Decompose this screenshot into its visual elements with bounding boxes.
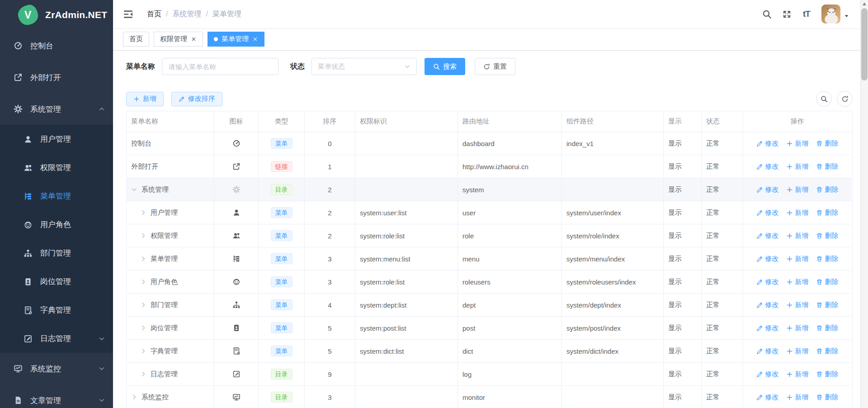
cell-menu-name: 系统监控: [127, 386, 214, 408]
delete-link[interactable]: 删除: [816, 278, 839, 286]
sidebar-item-权限管理[interactable]: 权限管理: [0, 153, 113, 182]
scrollbar-up-arrow-icon[interactable]: [863, 2, 866, 5]
close-tab-icon[interactable]: [252, 36, 258, 42]
sidebar-toggle-icon[interactable]: [123, 9, 133, 19]
font-size-button[interactable]: tT: [798, 5, 815, 23]
tab-权限管理[interactable]: 权限管理: [154, 32, 203, 47]
reset-button[interactable]: 重置: [475, 58, 515, 75]
close-tab-icon[interactable]: [191, 36, 197, 42]
expand-closed-icon[interactable]: [140, 325, 146, 331]
edit-link[interactable]: 修改: [756, 301, 779, 309]
add-link[interactable]: 新增: [786, 139, 809, 148]
edit-link[interactable]: 修改: [756, 255, 779, 263]
delete-link-label: 删除: [825, 278, 839, 286]
cell-sort-text: 4: [328, 301, 331, 309]
cell-permission: [355, 363, 458, 386]
edit-link[interactable]: 修改: [756, 347, 779, 356]
sidebar-item-菜单管理[interactable]: 菜单管理: [0, 182, 113, 210]
delete-link[interactable]: 删除: [816, 370, 839, 379]
add-link[interactable]: 新增: [786, 301, 809, 309]
expand-closed-icon[interactable]: [140, 232, 146, 239]
sidebar-item-部门管理[interactable]: 部门管理: [0, 239, 113, 267]
add-link[interactable]: 新增: [786, 324, 809, 332]
edit-link[interactable]: 修改: [756, 162, 779, 171]
sidebar-item-文章管理[interactable]: 文章管理: [0, 384, 113, 408]
delete-link[interactable]: 删除: [816, 232, 839, 240]
edit-sort-button[interactable]: 修改排序: [171, 92, 222, 106]
add-link[interactable]: 新增: [786, 232, 809, 240]
avatar[interactable]: [821, 5, 840, 24]
delete-link[interactable]: 删除: [816, 301, 839, 309]
expand-closed-icon[interactable]: [140, 209, 146, 216]
menu-table: 菜单名称图标类型排序权限标识路由地址组件路径显示状态操作控制台菜单0dashbo…: [126, 111, 853, 408]
expand-closed-icon[interactable]: [140, 256, 146, 262]
add-link[interactable]: 新增: [786, 255, 809, 263]
add-link[interactable]: 新增: [786, 185, 809, 194]
edit-link[interactable]: 修改: [756, 139, 779, 148]
delete-link[interactable]: 删除: [816, 209, 839, 217]
toggle-search-button[interactable]: [816, 91, 832, 107]
sidebar-item-用户管理[interactable]: 用户管理: [0, 125, 113, 153]
expand-closed-icon[interactable]: [131, 394, 137, 400]
menu-name-text: 外部打开: [131, 162, 158, 171]
add-link[interactable]: 新增: [786, 162, 809, 171]
dashboard-icon: [14, 41, 23, 50]
expand-closed-icon[interactable]: [140, 348, 146, 354]
breadcrumb-home[interactable]: 首页: [147, 9, 161, 19]
sidebar-item-系统监控[interactable]: 系统监控: [0, 353, 113, 384]
delete-link[interactable]: 删除: [816, 393, 839, 402]
edit-link[interactable]: 修改: [756, 324, 779, 332]
cell-sort: 3: [305, 247, 355, 270]
app-logo[interactable]: V ZrAdmin.NET: [0, 0, 113, 30]
refresh-table-button[interactable]: [837, 91, 853, 107]
menu-name-input[interactable]: [162, 58, 278, 75]
refresh-icon: [841, 95, 849, 103]
expand-open-icon[interactable]: [131, 186, 137, 193]
delete-link[interactable]: 删除: [816, 347, 839, 356]
add-button[interactable]: 新增: [126, 92, 164, 106]
sidebar-item-日志管理[interactable]: 日志管理: [0, 324, 113, 353]
delete-link[interactable]: 删除: [816, 324, 839, 332]
edit-link[interactable]: 修改: [756, 370, 779, 379]
delete-link[interactable]: 删除: [816, 255, 839, 263]
cell-icon: [214, 201, 259, 224]
edit-link[interactable]: 修改: [756, 185, 779, 194]
table-row: 菜单管理菜单3system:menu:listmenusystem/menu/i…: [127, 247, 852, 270]
add-link[interactable]: 新增: [786, 209, 809, 217]
edit-link[interactable]: 修改: [756, 393, 779, 402]
fullscreen-button[interactable]: [778, 5, 795, 23]
search-button[interactable]: 搜索: [425, 58, 465, 75]
sidebar-item-系统管理[interactable]: 系统管理: [0, 93, 113, 125]
user-menu[interactable]: [821, 5, 849, 24]
delete-link[interactable]: 删除: [816, 139, 839, 148]
scrollbar-thumb[interactable]: [861, 8, 868, 81]
expand-closed-icon[interactable]: [140, 279, 146, 285]
cell-status: 正常: [702, 178, 743, 201]
user-icon: [24, 135, 33, 144]
caret-down-icon[interactable]: [844, 13, 849, 19]
edit-link-label: 修改: [765, 162, 779, 171]
scrollbar[interactable]: [860, 0, 868, 408]
edit-link[interactable]: 修改: [756, 278, 779, 286]
tab-首页[interactable]: 首页: [123, 32, 149, 47]
sidebar-item-岗位管理[interactable]: 岗位管理: [0, 267, 113, 296]
add-link[interactable]: 新增: [786, 370, 809, 379]
add-link[interactable]: 新增: [786, 393, 809, 402]
sidebar-item-外部打开[interactable]: 外部打开: [0, 62, 113, 93]
delete-link[interactable]: 删除: [816, 185, 839, 194]
add-link[interactable]: 新增: [786, 347, 809, 356]
delete-link[interactable]: 删除: [816, 162, 839, 171]
sidebar-item-字典管理[interactable]: 字典管理: [0, 296, 113, 324]
header-search-button[interactable]: [758, 5, 775, 23]
sidebar-item-控制台[interactable]: 控制台: [0, 30, 113, 62]
delete-link-label: 删除: [825, 324, 839, 332]
expand-closed-icon[interactable]: [140, 302, 146, 308]
add-link[interactable]: 新增: [786, 278, 809, 286]
edit-link[interactable]: 修改: [756, 209, 779, 217]
breadcrumb-separator: /: [166, 10, 168, 18]
status-select[interactable]: 菜单状态: [311, 58, 417, 75]
tab-菜单管理[interactable]: 菜单管理: [208, 32, 264, 47]
expand-closed-icon[interactable]: [140, 371, 146, 377]
edit-link[interactable]: 修改: [756, 232, 779, 240]
sidebar-item-用户角色[interactable]: 用户角色: [0, 210, 113, 239]
